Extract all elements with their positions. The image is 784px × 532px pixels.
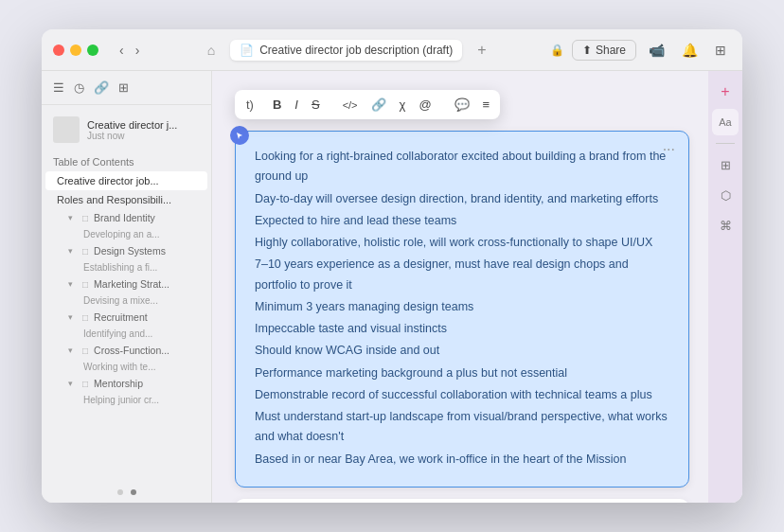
titlebar: ‹ › ⌂ 📄 Creative director job descriptio… [42,29,742,71]
tree-child-label: Identifying and... [83,328,152,339]
sidebar-item-roles[interactable]: Roles and Responsibili... [45,190,207,209]
sidebar-item-mentorship-child: Helping junior cr... [42,392,211,408]
bullet-9: Demonstrable record of successful collab… [255,385,669,405]
share-icon: ⬆ [582,44,592,57]
sidebar-item-brand-identity[interactable]: ▾ □ Brand Identity [42,209,211,226]
bullet-3: Highly collaborative, holistic role, wil… [255,233,669,253]
home-icon[interactable]: ⌂ [207,43,215,58]
video-button[interactable]: 📹 [644,41,669,60]
tree-item-label: Cross-Function... [94,345,169,356]
share-label: Share [596,44,626,57]
formula-button[interactable]: χ [396,96,410,114]
share-button[interactable]: ⬆ Share [572,40,636,61]
layout-button[interactable]: ⊞ [712,151,739,178]
bold-button[interactable]: B [269,96,285,114]
ai-indicator: t) [246,98,254,112]
sidebar-item-recruitment-child: Identifying and... [42,326,211,342]
bullet-0: Looking for a right-brained collaborator… [255,147,669,187]
tree-child-label: Helping junior cr... [83,395,159,405]
mention-button[interactable]: @ [415,96,435,114]
tree-child-label: Developing an a... [83,229,160,239]
more-options-button[interactable]: ··· [657,139,681,160]
user-cursor [230,126,249,145]
doc-date: Just now [87,131,200,141]
add-block-button[interactable]: + [712,79,739,105]
editor-area: t) B I S </> 🔗 χ @ 💬 ≡ [212,71,742,503]
grid-button[interactable]: ⊞ [710,41,731,60]
shortcut-icon: ⌘ [720,219,732,233]
shortcut-button[interactable]: ⌘ [712,212,739,239]
bullet-8: Performance marketing background a plus … [255,364,669,383]
bullet-4: 7–10 years experience as a designer, mus… [255,255,669,295]
italic-button[interactable]: I [291,96,302,114]
doc-info: Creative director j... Just now [87,119,200,141]
right-toolbar-divider [716,143,735,144]
tree-item-label: Mentorship [94,378,143,389]
sidebar-item-mentorship[interactable]: ▾ □ Mentorship [42,375,211,392]
comment-button[interactable]: 💬 [451,96,473,114]
sidebar-item-design-child: Establishing a fi... [42,259,211,275]
sidebar-item-cross-child: Working with te... [42,359,211,375]
app-window: ‹ › ⌂ 📄 Creative director job descriptio… [42,29,742,503]
titlebar-right: 🔒 ⬆ Share 📹 🔔 ⊞ [550,40,731,61]
tree-child-label: Devising a mixe... [83,295,158,306]
font-icon: Aa [719,116,731,128]
sidebar-item-cross-functional[interactable]: ▾ □ Cross-Function... [42,342,211,359]
add-tab-button[interactable]: + [477,42,486,59]
nav-buttons: ‹ › [116,41,143,60]
close-button[interactable] [53,44,64,56]
page-dot[interactable] [117,489,123,495]
page-dot-active[interactable] [131,489,136,495]
doc-tree-icon: □ [82,312,88,323]
link-button[interactable]: 🔗 [367,96,390,114]
bullet-6: Impeccable taste and visual instincts [255,319,669,339]
code-button[interactable]: </> [339,98,362,113]
bullet-1: Day-to-day will oversee design direction… [255,189,669,209]
grid-button[interactable]: ⊞ [116,79,131,97]
strikethrough-button[interactable]: S [308,96,324,114]
sidebar: ☰ ◷ 🔗 ⊞ Creative director j... Just now … [42,71,212,503]
maximize-button[interactable] [87,44,98,56]
sidebar-item-design-systems[interactable]: ▾ □ Design Systems [42,242,211,259]
right-toolbar: + Aa ⊞ ⬡ ⌘ [708,71,742,503]
media-button[interactable]: ⬡ [712,182,739,208]
active-tab[interactable]: 📄 Creative director job description (dra… [230,40,462,61]
clock-button[interactable]: ◷ [72,79,86,97]
sidebar-item-marketing[interactable]: ▾ □ Marketing Strat... [42,275,211,293]
selected-text-content: Looking for a right-brained collaborator… [255,147,669,470]
tree-child-label: Working with te... [83,362,156,372]
sidebar-item-creative-director[interactable]: Creative director job... [45,171,207,190]
sidebar-nav: Creative director j... Just now Table of… [42,105,211,482]
sidebar-item-recruitment[interactable]: ▾ □ Recruitment [42,309,211,326]
titlebar-center: ⌂ 📄 Creative director job description (d… [151,40,543,61]
align-button[interactable]: ≡ [479,96,494,114]
list-view-button[interactable]: ☰ [51,79,66,97]
expand-arrow-icon: ▾ [68,379,73,388]
bullet-11: Based in or near Bay Area, we work in-of… [255,450,669,470]
font-button[interactable]: Aa [712,109,739,135]
selected-text-block[interactable]: ··· Looking for a right-brained collabor… [235,131,689,488]
lock-icon: 🔒 [550,44,564,57]
doc-tree-icon: □ [82,379,88,389]
traffic-lights [53,44,98,56]
roles-section[interactable]: Roles and Responsibilities Creative Dire… [235,499,689,503]
doc-thumbnail [53,116,80,143]
doc-tree-icon: □ [82,279,88,290]
back-button[interactable]: ‹ [116,41,128,60]
format-toolbar: t) B I S </> 🔗 χ @ 💬 ≡ [235,90,500,119]
expand-arrow-icon: ▾ [68,346,73,355]
tab-title: Creative director job description (draft… [259,44,453,57]
sidebar-item-marketing-child: Devising a mixe... [42,293,211,309]
editor-scroll[interactable]: t) B I S </> 🔗 χ @ 💬 ≡ [212,71,708,503]
main-area: ☰ ◷ 🔗 ⊞ Creative director j... Just now … [42,71,742,503]
forward-button[interactable]: › [132,41,144,60]
bell-button[interactable]: 🔔 [677,41,703,60]
doc-tree-icon: □ [82,346,88,356]
link-button[interactable]: 🔗 [92,79,111,97]
doc-item[interactable]: Creative director j... Just now [42,111,211,149]
media-icon: ⬡ [721,188,731,203]
minimize-button[interactable] [70,44,81,56]
sidebar-toolbar: ☰ ◷ 🔗 ⊞ [42,71,211,105]
bullet-10: Must understand start-up landscape from … [255,407,669,448]
tree-item-label: Marketing Strat... [94,278,169,290]
